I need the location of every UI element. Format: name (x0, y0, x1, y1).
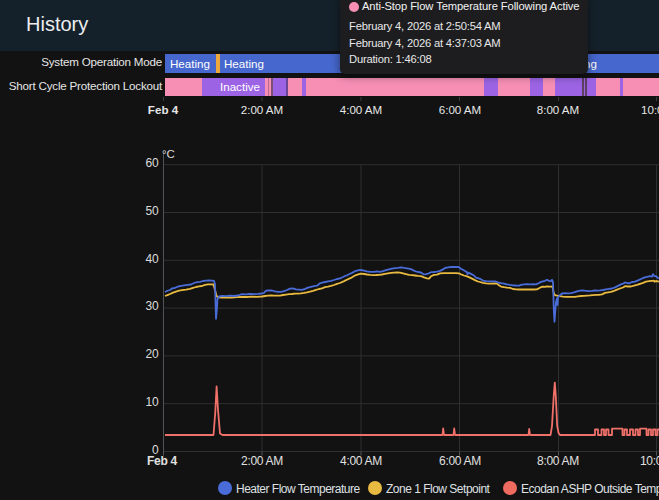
svg-text:40: 40 (146, 252, 159, 266)
svg-text:6:00 AM: 6:00 AM (439, 454, 481, 468)
svg-text:Heater Flow Temperature: Heater Flow Temperature (236, 482, 360, 496)
svg-text:30: 30 (146, 299, 159, 313)
svg-text:50: 50 (146, 204, 159, 218)
svg-text:60: 60 (146, 156, 159, 170)
svg-text:Feb 4: Feb 4 (147, 454, 177, 468)
svg-text:10:00: 10:00 (640, 454, 659, 468)
svg-text:10: 10 (146, 395, 159, 409)
svg-text:°C: °C (162, 148, 175, 160)
svg-text:Zone 1 Flow Setpoint: Zone 1 Flow Setpoint (386, 482, 491, 496)
svg-text:Ecodan ASHP Outside Temperatur: Ecodan ASHP Outside Temperature (521, 482, 659, 496)
svg-text:4:00 AM: 4:00 AM (340, 454, 382, 468)
svg-text:8:00 AM: 8:00 AM (537, 454, 579, 468)
svg-text:20: 20 (146, 347, 159, 361)
svg-text:2:00 AM: 2:00 AM (241, 454, 283, 468)
